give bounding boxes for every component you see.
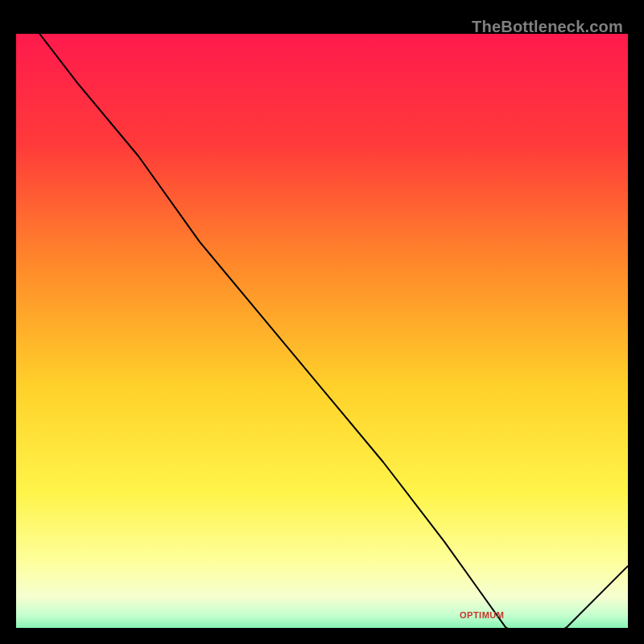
optimum-label: OPTIMUM	[460, 610, 504, 620]
plot-area: OPTIMUM	[16, 34, 628, 628]
chart-frame: TheBottleneck.com OPTIMUM	[16, 16, 628, 628]
bottleneck-curve	[16, 34, 628, 628]
